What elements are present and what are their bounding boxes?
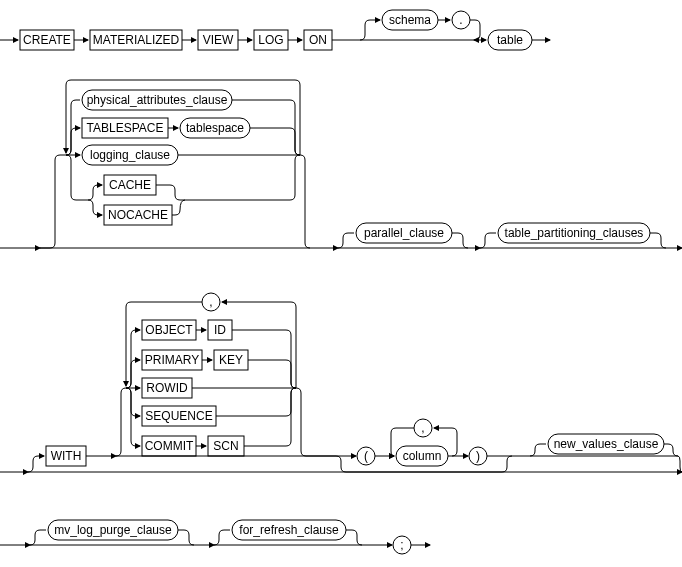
punct-rparen: ) <box>476 449 480 463</box>
kw-materialized: MATERIALIZED <box>93 33 180 47</box>
nt-schema: schema <box>389 13 431 27</box>
kw-commit: COMMIT <box>145 439 194 453</box>
kw-view: VIEW <box>203 33 234 47</box>
punct-semicolon: ; <box>400 538 403 552</box>
kw-sequence: SEQUENCE <box>145 409 212 423</box>
nt-physical-attributes: physical_attributes_clause <box>87 93 228 107</box>
railroad-diagram: CREATE MATERIALIZED VIEW LOG ON schema .… <box>0 0 682 567</box>
kw-with: WITH <box>51 449 82 463</box>
kw-object: OBJECT <box>145 323 193 337</box>
kw-nocache: NOCACHE <box>108 208 168 222</box>
row-3: WITH , OBJECT ID PRIMARY KEY ROWID <box>0 293 682 472</box>
nt-parallel: parallel_clause <box>364 226 444 240</box>
nt-partitioning: table_partitioning_clauses <box>505 226 644 240</box>
kw-scn: SCN <box>213 439 238 453</box>
kw-log: LOG <box>258 33 283 47</box>
nt-column: column <box>403 449 442 463</box>
kw-create: CREATE <box>23 33 71 47</box>
kw-rowid: ROWID <box>146 381 188 395</box>
nt-logging: logging_clause <box>90 148 170 162</box>
row-4: mv_log_purge_clause for_refresh_clause ; <box>0 520 430 554</box>
row-2: physical_attributes_clause TABLESPACE ta… <box>0 80 682 248</box>
nt-tablespace: tablespace <box>186 121 244 135</box>
nt-for-refresh: for_refresh_clause <box>239 523 339 537</box>
kw-cache: CACHE <box>109 178 151 192</box>
nt-table: table <box>497 33 523 47</box>
punct-dot: . <box>459 13 462 27</box>
punct-lparen: ( <box>364 449 368 463</box>
kw-on: ON <box>309 33 327 47</box>
nt-purge: mv_log_purge_clause <box>54 523 172 537</box>
kw-tablespace: TABLESPACE <box>87 121 164 135</box>
kw-id: ID <box>214 323 226 337</box>
kw-key: KEY <box>219 353 243 367</box>
punct-comma-col: , <box>421 421 424 435</box>
nt-new-values: new_values_clause <box>554 437 659 451</box>
punct-comma-with: , <box>209 295 212 309</box>
row-1: CREATE MATERIALIZED VIEW LOG ON schema .… <box>0 10 550 50</box>
kw-primary: PRIMARY <box>145 353 199 367</box>
